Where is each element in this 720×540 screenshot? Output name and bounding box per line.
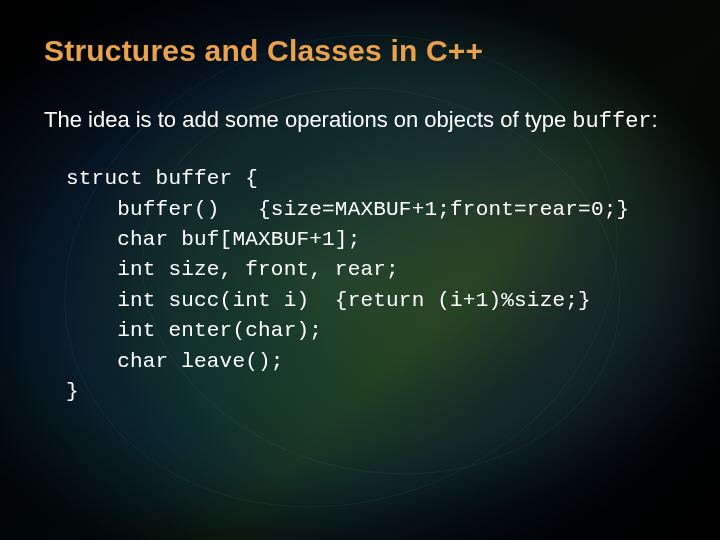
code-block: struct buffer { buffer() {size=MAXBUF+1;…	[66, 164, 676, 408]
intro-prefix: The idea is to add some operations on ob…	[44, 107, 572, 132]
intro-text: The idea is to add some operations on ob…	[44, 106, 676, 136]
slide-title: Structures and Classes in C++	[44, 34, 676, 68]
slide-content: Structures and Classes in C++ The idea i…	[0, 0, 720, 408]
intro-code-word: buffer	[572, 109, 651, 134]
intro-suffix: :	[652, 107, 658, 132]
slide: Structures and Classes in C++ The idea i…	[0, 0, 720, 540]
